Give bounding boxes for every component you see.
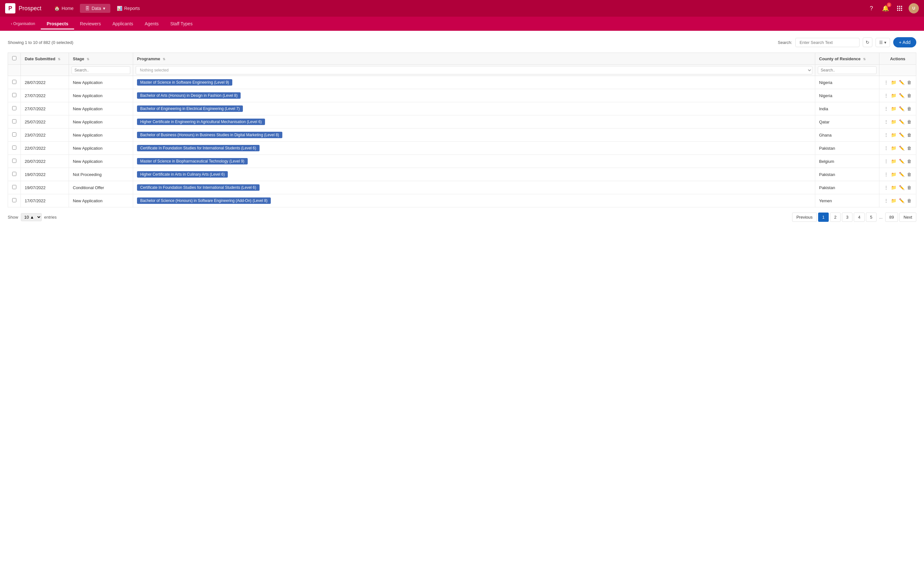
row-checkbox-6[interactable] xyxy=(12,159,16,163)
view-toggle-button[interactable]: ☰ ▾ xyxy=(876,38,890,47)
edit-icon[interactable]: ✏️ xyxy=(898,105,905,112)
folder-icon[interactable]: 📁 xyxy=(890,158,897,164)
filter-checkbox-cell xyxy=(8,65,21,76)
entries-select[interactable]: 10 ▲ 25 50 100 xyxy=(21,213,42,221)
refresh-button[interactable]: ↻ xyxy=(863,37,872,47)
row-checkbox-5[interactable] xyxy=(12,145,16,150)
th-county[interactable]: County of Residence ⇅ xyxy=(815,53,879,65)
row-checkbox-3[interactable] xyxy=(12,119,16,123)
table-row: 27/07/2022 New Application Bachelor of E… xyxy=(8,102,916,115)
stage-filter-input[interactable] xyxy=(71,66,130,74)
folder-icon[interactable]: 📁 xyxy=(890,145,897,151)
delete-icon[interactable]: 🗑 xyxy=(906,132,912,138)
more-icon[interactable]: ⋮ xyxy=(883,132,889,138)
filter-stage-cell xyxy=(69,65,133,76)
row-checkbox-4[interactable] xyxy=(12,132,16,137)
edit-icon[interactable]: ✏️ xyxy=(898,79,905,85)
back-to-organisation[interactable]: ‹ Organisation xyxy=(5,19,41,29)
page-2-button[interactable]: 2 xyxy=(830,213,841,222)
edit-icon[interactable]: ✏️ xyxy=(898,119,905,125)
add-button[interactable]: + Add xyxy=(893,37,916,47)
row-actions: ⋮ 📁 ✏️ 🗑 xyxy=(879,155,916,168)
search-label: Search: xyxy=(778,40,792,45)
row-checkbox-0[interactable] xyxy=(12,80,16,84)
th-stage[interactable]: Stage ⇅ xyxy=(69,53,133,65)
notifications-button[interactable]: 🔔 1 xyxy=(880,3,891,13)
more-icon[interactable]: ⋮ xyxy=(883,79,889,85)
th-select-all xyxy=(8,53,21,65)
subnav-agents[interactable]: Agents xyxy=(139,19,165,29)
edit-icon[interactable]: ✏️ xyxy=(898,92,905,99)
edit-icon[interactable]: ✏️ xyxy=(898,171,905,177)
th-date-submitted[interactable]: Date Submitted ⇅ xyxy=(21,53,69,65)
delete-icon[interactable]: 🗑 xyxy=(906,171,912,177)
delete-icon[interactable]: 🗑 xyxy=(906,119,912,125)
page-3-button[interactable]: 3 xyxy=(842,213,853,222)
more-icon[interactable]: ⋮ xyxy=(883,171,889,177)
nav-home[interactable]: 🏠 Home xyxy=(49,4,79,13)
subnav-staff-types[interactable]: Staff Types xyxy=(165,19,199,29)
row-county: Pakistan xyxy=(815,142,879,155)
delete-icon[interactable]: 🗑 xyxy=(906,184,912,191)
more-icon[interactable]: ⋮ xyxy=(883,197,889,204)
page-1-button[interactable]: 1 xyxy=(818,213,829,222)
delete-icon[interactable]: 🗑 xyxy=(906,158,912,164)
folder-icon[interactable]: 📁 xyxy=(890,79,897,85)
page-last-button[interactable]: 89 xyxy=(885,213,898,222)
row-date: 19/07/2022 xyxy=(21,168,69,181)
folder-icon[interactable]: 📁 xyxy=(890,184,897,191)
row-checkbox-8[interactable] xyxy=(12,185,16,189)
more-icon[interactable]: ⋮ xyxy=(883,184,889,191)
select-all-checkbox[interactable] xyxy=(12,56,16,60)
edit-icon[interactable]: ✏️ xyxy=(898,145,905,151)
nav-data[interactable]: 🗄 Data ▾ xyxy=(80,4,110,13)
edit-icon[interactable]: ✏️ xyxy=(898,197,905,204)
page-4-button[interactable]: 4 xyxy=(854,213,864,222)
folder-icon[interactable]: 📁 xyxy=(890,92,897,99)
help-button[interactable]: ? xyxy=(866,3,877,13)
county-filter-input[interactable] xyxy=(818,66,877,74)
th-programme[interactable]: Programme ⇅ xyxy=(133,53,815,65)
folder-icon[interactable]: 📁 xyxy=(890,119,897,125)
subnav-applicants[interactable]: Applicants xyxy=(107,19,139,29)
row-checkbox-7[interactable] xyxy=(12,172,16,176)
more-icon[interactable]: ⋮ xyxy=(883,145,889,151)
folder-icon[interactable]: 📁 xyxy=(890,132,897,138)
delete-icon[interactable]: 🗑 xyxy=(906,105,912,112)
grid-menu-button[interactable] xyxy=(895,3,905,13)
edit-icon[interactable]: ✏️ xyxy=(898,158,905,164)
nav-reports[interactable]: 📊 Reports xyxy=(111,4,145,13)
programme-filter-select[interactable]: Nothing selected xyxy=(136,66,813,74)
more-icon[interactable]: ⋮ xyxy=(883,158,889,164)
row-checkbox-cell xyxy=(8,168,21,181)
logo-area[interactable]: P Prospect xyxy=(5,3,41,13)
row-date: 27/07/2022 xyxy=(21,102,69,115)
more-icon[interactable]: ⋮ xyxy=(883,119,889,125)
row-checkbox-2[interactable] xyxy=(12,106,16,110)
row-stage: New Application xyxy=(69,129,133,142)
row-actions: ⋮ 📁 ✏️ 🗑 xyxy=(879,89,916,102)
folder-icon[interactable]: 📁 xyxy=(890,105,897,112)
next-button[interactable]: Next xyxy=(899,213,916,222)
page-5-button[interactable]: 5 xyxy=(866,213,877,222)
previous-button[interactable]: Previous xyxy=(792,213,817,222)
delete-icon[interactable]: 🗑 xyxy=(906,197,912,204)
delete-icon[interactable]: 🗑 xyxy=(906,79,912,85)
search-input[interactable] xyxy=(795,38,859,47)
row-checkbox-9[interactable] xyxy=(12,198,16,202)
subnav-prospects[interactable]: Prospects xyxy=(41,19,74,29)
delete-icon[interactable]: 🗑 xyxy=(906,92,912,99)
edit-icon[interactable]: ✏️ xyxy=(898,184,905,191)
edit-icon[interactable]: ✏️ xyxy=(898,132,905,138)
row-actions: ⋮ 📁 ✏️ 🗑 xyxy=(879,102,916,115)
more-icon[interactable]: ⋮ xyxy=(883,92,889,99)
user-avatar[interactable]: U xyxy=(909,3,919,13)
subnav-reviewers[interactable]: Reviewers xyxy=(74,19,107,29)
folder-icon[interactable]: 📁 xyxy=(890,171,897,177)
row-checkbox-cell xyxy=(8,115,21,129)
row-checkbox-1[interactable] xyxy=(12,93,16,97)
nav-links: 🏠 Home 🗄 Data ▾ 📊 Reports xyxy=(49,4,866,13)
folder-icon[interactable]: 📁 xyxy=(890,197,897,204)
more-icon[interactable]: ⋮ xyxy=(883,105,889,112)
delete-icon[interactable]: 🗑 xyxy=(906,145,912,151)
